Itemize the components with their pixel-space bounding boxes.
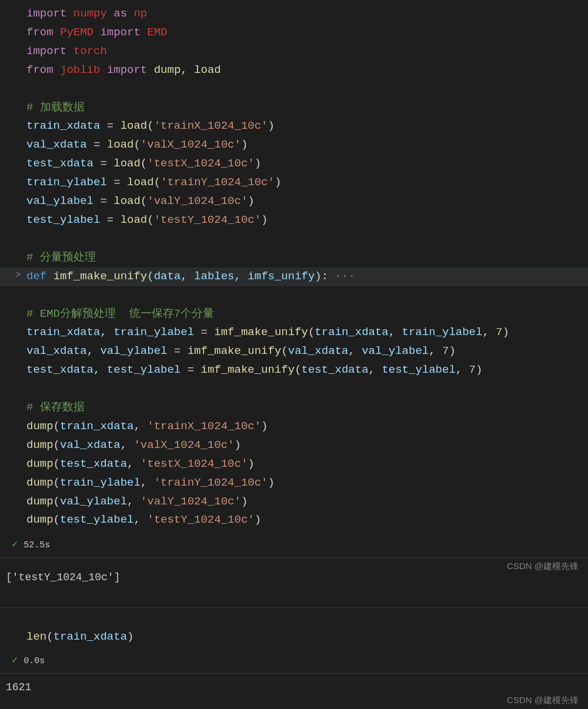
code-cell-1[interactable]: import numpy as np from PyEMD import EMD… bbox=[0, 0, 588, 534]
code-line: dump(train_ylabel, 'trainY_1024_10c') bbox=[26, 474, 588, 493]
output-cell-2: 1621 CSDN @建模先锋 bbox=[0, 673, 588, 703]
comment-load-data: # 加载数据 bbox=[26, 99, 588, 118]
keyword-import: import bbox=[26, 45, 66, 58]
code-line: dump(test_ylabel, 'testY_1024_10c') bbox=[26, 511, 588, 530]
folded-def-line[interactable]: >def imf_make_unify(data, lables, imfs_u… bbox=[0, 267, 588, 286]
code-line: train_xdata = load('trainX_1024_10c') bbox=[26, 117, 588, 136]
module-torch: torch bbox=[74, 45, 107, 58]
code-line: val_xdata = load('valX_1024_10c') bbox=[26, 136, 588, 155]
keyword-def: def bbox=[26, 270, 46, 283]
check-icon: ✓ bbox=[12, 537, 18, 554]
code-line: import numpy as np bbox=[26, 5, 588, 24]
code-line: len(train_xdata) bbox=[26, 628, 588, 647]
code-line: val_xdata, val_ylabel = imf_make_unify(v… bbox=[26, 342, 588, 361]
execution-status-2: ✓ 0.0s bbox=[0, 650, 588, 673]
fold-chevron-icon[interactable]: > bbox=[15, 267, 21, 283]
code-line: dump(val_ylabel, 'valY_1024_10c') bbox=[26, 493, 588, 511]
execution-status-1: ✓ 52.5s bbox=[0, 534, 588, 557]
code-line: dump(train_xdata, 'trainX_1024_10c') bbox=[26, 417, 588, 436]
comment-save: # 保存数据 bbox=[26, 399, 588, 417]
keyword-import: import bbox=[26, 7, 66, 20]
keyword-as: as bbox=[113, 7, 127, 20]
code-line: val_ylabel = load('valY_1024_10c') bbox=[26, 192, 588, 211]
code-line: dump(val_xdata, 'valX_1024_10c') bbox=[26, 436, 588, 455]
code-line: train_xdata, train_ylabel = imf_make_uni… bbox=[26, 323, 588, 342]
func-name: imf_make_unify bbox=[54, 270, 148, 283]
code-line: import torch bbox=[26, 42, 588, 61]
comment-preprocess: # 分量预处理 bbox=[26, 249, 588, 267]
watermark: CSDN @建模先锋 bbox=[507, 558, 579, 573]
blank-line bbox=[26, 230, 588, 249]
keyword-from: from bbox=[26, 26, 54, 39]
alias-np: np bbox=[133, 7, 147, 20]
exec-time-2: 0.0s bbox=[24, 654, 45, 668]
code-line: test_xdata, test_ylabel = imf_make_unify… bbox=[26, 361, 588, 380]
code-cell-2[interactable]: len(train_xdata) bbox=[0, 608, 588, 650]
blank-line bbox=[26, 286, 588, 305]
keyword-import: import bbox=[100, 26, 140, 39]
code-line: test_xdata = load('testX_1024_10c') bbox=[26, 155, 588, 173]
module-pyemd: PyEMD bbox=[60, 26, 93, 39]
module-numpy: numpy bbox=[74, 7, 107, 20]
name-load: load bbox=[194, 63, 221, 76]
name-dump: dump bbox=[154, 63, 181, 76]
module-joblib: joblib bbox=[60, 63, 100, 76]
code-line: from joblib import dump, load bbox=[26, 61, 588, 80]
code-line: test_ylabel = load('testY_1024_10c') bbox=[26, 211, 588, 230]
comment-emd: # EMD分解预处理 统一保存7个分量 bbox=[26, 305, 588, 324]
output-text-1: ['testY_1024_10c'] bbox=[6, 571, 120, 583]
blank-line bbox=[26, 80, 588, 99]
check-icon: ✓ bbox=[12, 653, 18, 670]
code-line: from PyEMD import EMD bbox=[26, 24, 588, 42]
keyword-from: from bbox=[26, 63, 54, 76]
output-text-2: 1621 bbox=[6, 681, 31, 693]
blank-line bbox=[26, 380, 588, 399]
code-line: train_ylabel = load('trainY_1024_10c') bbox=[26, 173, 588, 192]
code-line: dump(test_xdata, 'testX_1024_10c') bbox=[26, 455, 588, 474]
fold-ellipsis-icon: ··· bbox=[328, 270, 355, 283]
watermark: CSDN @建模先锋 bbox=[507, 693, 579, 703]
output-cell-1: ['testY_1024_10c'] CSDN @建模先锋 bbox=[0, 557, 588, 607]
name-emd: EMD bbox=[147, 26, 167, 39]
exec-time-1: 52.5s bbox=[24, 538, 50, 553]
keyword-import: import bbox=[107, 63, 147, 76]
